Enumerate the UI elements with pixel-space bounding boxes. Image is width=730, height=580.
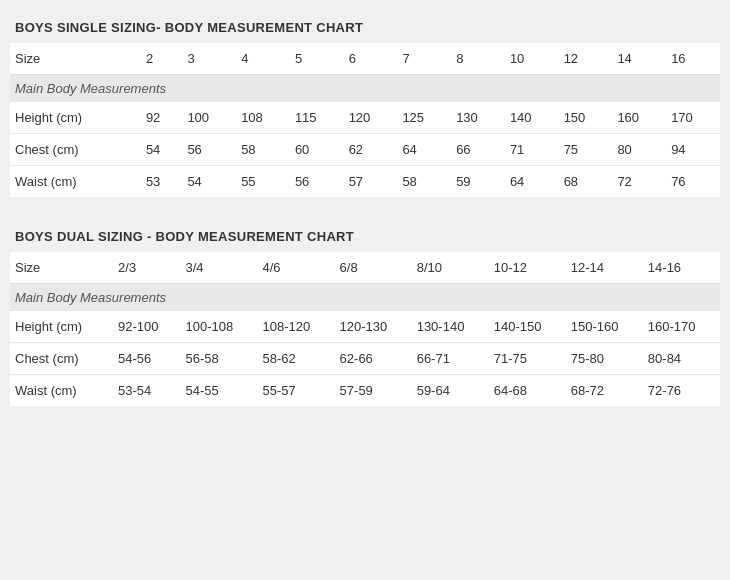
measurement-value: 53: [141, 166, 182, 198]
measurement-value: 76: [666, 166, 720, 198]
measurement-value: 130-140: [412, 311, 489, 343]
measurement-value: 55: [236, 166, 290, 198]
measurement-label: Waist (cm): [10, 166, 141, 198]
size-value-header: 2/3: [113, 252, 180, 284]
measurement-value: 57: [344, 166, 398, 198]
single-sizing-table: Size234567810121416 Main Body Measuremen…: [10, 43, 720, 197]
measurement-value: 92: [141, 102, 182, 134]
measurement-value: 120: [344, 102, 398, 134]
measurement-value: 160-170: [643, 311, 720, 343]
measurement-value: 130: [451, 102, 505, 134]
measurement-value: 59-64: [412, 375, 489, 407]
size-value-header: 7: [397, 43, 451, 75]
measurement-value: 100: [182, 102, 236, 134]
measurement-value: 108: [236, 102, 290, 134]
size-value-header: 6/8: [335, 252, 412, 284]
single-sizing-header-row: Size234567810121416: [10, 43, 720, 75]
measurement-value: 62-66: [335, 343, 412, 375]
measurement-value: 75: [559, 134, 613, 166]
measurement-value: 72: [612, 166, 666, 198]
measurement-value: 125: [397, 102, 451, 134]
dual-sizing-section: BOYS DUAL SIZING - BODY MEASUREMENT CHAR…: [10, 219, 720, 406]
measurement-value: 68-72: [566, 375, 643, 407]
table-row: Waist (cm)53-5454-5555-5757-5959-6464-68…: [10, 375, 720, 407]
measurement-label: Height (cm): [10, 311, 113, 343]
section-header-label: Main Body Measurements: [10, 75, 720, 103]
dual-sizing-title: BOYS DUAL SIZING - BODY MEASUREMENT CHAR…: [10, 219, 720, 252]
measurement-value: 140: [505, 102, 559, 134]
measurement-label: Waist (cm): [10, 375, 113, 407]
size-value-header: 10-12: [489, 252, 566, 284]
measurement-value: 54: [182, 166, 236, 198]
measurement-label: Chest (cm): [10, 343, 113, 375]
measurement-value: 66-71: [412, 343, 489, 375]
size-value-header: 16: [666, 43, 720, 75]
section-divider: [10, 207, 720, 219]
measurement-value: 54: [141, 134, 182, 166]
size-value-header: 14-16: [643, 252, 720, 284]
table-row: Chest (cm)54-5656-5858-6262-6666-7171-75…: [10, 343, 720, 375]
single-sizing-section: BOYS SINGLE SIZING- BODY MEASUREMENT CHA…: [10, 10, 720, 197]
measurement-value: 64-68: [489, 375, 566, 407]
measurement-value: 57-59: [335, 375, 412, 407]
measurement-value: 64: [397, 134, 451, 166]
measurement-value: 75-80: [566, 343, 643, 375]
measurement-value: 120-130: [335, 311, 412, 343]
measurement-value: 72-76: [643, 375, 720, 407]
measurement-value: 54-55: [180, 375, 257, 407]
measurement-value: 60: [290, 134, 344, 166]
measurements-section-header: Main Body Measurements: [10, 75, 720, 103]
measurement-value: 56: [290, 166, 344, 198]
measurement-value: 80: [612, 134, 666, 166]
size-value-header: 5: [290, 43, 344, 75]
measurement-value: 100-108: [180, 311, 257, 343]
measurement-label: Chest (cm): [10, 134, 141, 166]
measurement-value: 71-75: [489, 343, 566, 375]
measurement-value: 55-57: [258, 375, 335, 407]
measurement-value: 71: [505, 134, 559, 166]
section-header-label: Main Body Measurements: [10, 284, 720, 312]
size-value-header: 2: [141, 43, 182, 75]
dual-sizing-table: Size2/33/44/66/88/1010-1212-1414-16 Main…: [10, 252, 720, 406]
measurement-value: 68: [559, 166, 613, 198]
measurement-value: 94: [666, 134, 720, 166]
size-value-header: 12-14: [566, 252, 643, 284]
table-row: Waist (cm)5354555657585964687276: [10, 166, 720, 198]
size-value-header: 8/10: [412, 252, 489, 284]
measurement-value: 115: [290, 102, 344, 134]
measurement-value: 58: [236, 134, 290, 166]
size-header: Size: [10, 43, 141, 75]
size-value-header: 3/4: [180, 252, 257, 284]
measurements-section-header: Main Body Measurements: [10, 284, 720, 312]
measurement-value: 53-54: [113, 375, 180, 407]
table-row: Chest (cm)5456586062646671758094: [10, 134, 720, 166]
measurement-value: 92-100: [113, 311, 180, 343]
size-value-header: 3: [182, 43, 236, 75]
size-value-header: 4/6: [258, 252, 335, 284]
size-value-header: 6: [344, 43, 398, 75]
measurement-label: Height (cm): [10, 102, 141, 134]
size-value-header: 12: [559, 43, 613, 75]
measurement-value: 170: [666, 102, 720, 134]
measurement-value: 66: [451, 134, 505, 166]
measurement-value: 150: [559, 102, 613, 134]
table-row: Height (cm)92100108115120125130140150160…: [10, 102, 720, 134]
measurement-value: 62: [344, 134, 398, 166]
size-value-header: 10: [505, 43, 559, 75]
size-header: Size: [10, 252, 113, 284]
measurement-value: 58: [397, 166, 451, 198]
page-wrapper: BOYS SINGLE SIZING- BODY MEASUREMENT CHA…: [0, 0, 730, 426]
measurement-value: 54-56: [113, 343, 180, 375]
measurement-value: 80-84: [643, 343, 720, 375]
size-value-header: 4: [236, 43, 290, 75]
measurement-value: 58-62: [258, 343, 335, 375]
size-value-header: 8: [451, 43, 505, 75]
measurement-value: 59: [451, 166, 505, 198]
measurement-value: 56: [182, 134, 236, 166]
measurement-value: 160: [612, 102, 666, 134]
single-sizing-title: BOYS SINGLE SIZING- BODY MEASUREMENT CHA…: [10, 10, 720, 43]
size-value-header: 14: [612, 43, 666, 75]
measurement-value: 56-58: [180, 343, 257, 375]
measurement-value: 64: [505, 166, 559, 198]
dual-sizing-header-row: Size2/33/44/66/88/1010-1212-1414-16: [10, 252, 720, 284]
